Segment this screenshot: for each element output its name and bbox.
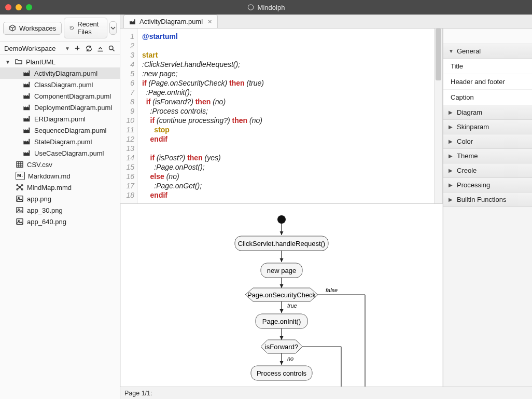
tree-file-label: app_30.png [27, 207, 63, 214]
window-minimize-button[interactable] [16, 4, 22, 10]
document-tab-label: ActivityDiagram.puml [139, 18, 203, 25]
refresh-button[interactable] [85, 44, 93, 52]
window-maximize-button[interactable] [26, 4, 32, 10]
code-line[interactable]: :Page.onInit(); [142, 88, 430, 97]
folder-icon [15, 58, 23, 66]
tree-file[interactable]: SequenceDiagram.puml [0, 125, 120, 136]
accordion-section[interactable]: ▶Builtin Functions [443, 192, 532, 207]
tree-file[interactable]: ComponentDiagram.puml [0, 90, 120, 102]
snippet-item[interactable]: Title [443, 59, 532, 74]
svg-text:Page.onInit(): Page.onInit() [262, 318, 301, 325]
refresh-icon [85, 45, 93, 52]
table-icon [16, 160, 24, 169]
code-line[interactable]: if (isPost?) then (yes) [142, 153, 430, 162]
tree-file[interactable]: app.png [0, 193, 120, 204]
code-line[interactable]: endif [142, 190, 430, 200]
code-line[interactable]: if (Page.onSecurityCheck) then (true) [142, 78, 430, 88]
code-line[interactable]: :new page; [142, 69, 430, 78]
chevron-down-icon: ▼ [65, 46, 70, 51]
recent-files-tab-label: Recent Files [77, 20, 101, 36]
chevron-right-icon: ▶ [449, 124, 454, 130]
workspaces-tab[interactable]: Workspaces [3, 22, 62, 35]
accordion-general-label: General [457, 47, 481, 55]
code-line[interactable]: else (no) [142, 172, 430, 181]
svg-text:no: no [287, 355, 293, 362]
factory-icon [23, 92, 31, 100]
titlebar: Mindolph [0, 0, 532, 15]
diagram-preview[interactable]: ClickServlet.handleRequest() new page Pa… [120, 204, 443, 387]
close-tab-button[interactable]: × [208, 18, 212, 25]
file-tree[interactable]: ▼ PlantUML ActivityDiagram.pumlClassDiag… [0, 55, 120, 399]
accordion-section[interactable]: ▶Theme [443, 149, 532, 163]
chevron-down-icon: ▼ [449, 48, 454, 54]
accordion-section[interactable]: ▶Skinparam [443, 120, 532, 134]
recent-files-tab[interactable]: Recent Files [64, 18, 107, 38]
code-line[interactable]: if (isForward?) then (no) [142, 97, 430, 106]
tree-file[interactable]: ActivityDiagram.puml [0, 67, 120, 79]
tree-file[interactable]: ERDiagram.puml [0, 113, 120, 125]
code-line[interactable]: @startuml [142, 32, 430, 41]
tree-file[interactable]: CSV.csv [0, 159, 120, 170]
collapse-button[interactable] [96, 44, 104, 52]
code-line[interactable]: endif [142, 134, 430, 144]
code-line[interactable]: :ClickServlet.handleRequest(); [142, 60, 430, 69]
scrollbar-thumb[interactable] [436, 29, 441, 80]
editor-scrollbar[interactable] [434, 29, 442, 203]
accordion-section-label: Builtin Functions [457, 196, 506, 203]
code-line[interactable]: stop [142, 125, 430, 134]
code-editor[interactable]: 123456789101112131415161718 @startuml st… [120, 29, 443, 204]
accordion-section[interactable]: ▶Diagram [443, 105, 532, 120]
tree-file[interactable]: MindMap.mmd [0, 182, 120, 193]
accordion-general[interactable]: ▼ General [443, 44, 532, 59]
svg-rect-8 [17, 196, 23, 202]
code-area[interactable]: @startuml start:ClickServlet.handleReque… [138, 29, 434, 203]
image-icon [16, 217, 24, 226]
code-line[interactable]: :Page.onPost(); [142, 162, 430, 172]
search-button[interactable] [107, 44, 116, 52]
tree-file[interactable]: UseCaseDiagram.puml [0, 147, 120, 159]
code-line[interactable]: :Page.onGet(); [142, 181, 430, 190]
accordion-section-label: Skinparam [457, 123, 489, 131]
line-number: 17 [120, 181, 134, 190]
line-number: 3 [120, 50, 134, 60]
line-number: 9 [120, 106, 134, 116]
window-close-button[interactable] [5, 4, 11, 10]
line-number: 15 [120, 162, 134, 172]
accordion-section[interactable]: ▶Creole [443, 163, 532, 178]
svg-point-1 [109, 46, 113, 50]
accordion-section[interactable]: ▶Color [443, 134, 532, 149]
code-line[interactable] [142, 41, 430, 50]
accordion-section[interactable]: ▶Processing [443, 178, 532, 192]
code-line[interactable] [142, 144, 430, 153]
svg-text:false: false [326, 287, 338, 293]
tree-file[interactable]: M↓Markdown.md [0, 170, 120, 182]
document-tab-activitydiagram[interactable]: ActivityDiagram.puml × [123, 15, 218, 28]
add-button[interactable]: + [73, 44, 81, 52]
line-gutter: 123456789101112131415161718 [120, 29, 138, 203]
line-number: 4 [120, 60, 134, 69]
status-bar: Page 1/1: [120, 387, 532, 399]
svg-text:Page.onSecurityCheck: Page.onSecurityCheck [247, 291, 316, 299]
accordion-section-label: Creole [457, 167, 477, 174]
tree-file[interactable]: app_640.png [0, 216, 120, 227]
tree-file-label: DeploymentDiagram.puml [34, 104, 112, 112]
tree-file[interactable]: DeploymentDiagram.puml [0, 102, 120, 113]
tree-file[interactable]: app_30.png [0, 204, 120, 216]
tree-folder-plantuml[interactable]: ▼ PlantUML [0, 56, 120, 67]
svg-text:true: true [287, 302, 297, 309]
history-icon [69, 24, 74, 32]
snippet-item[interactable]: Caption [443, 90, 532, 105]
tree-file[interactable]: StateDiagram.puml [0, 136, 120, 147]
workspace-selector[interactable]: DemoWorkspace ▼ [4, 45, 70, 52]
overflow-button[interactable] [109, 21, 117, 35]
line-number: 5 [120, 69, 134, 78]
tree-file[interactable]: ClassDiagram.puml [0, 79, 120, 90]
line-number: 1 [120, 32, 134, 41]
line-number: 10 [120, 116, 134, 125]
code-line[interactable]: if (continue processing?) then (no) [142, 116, 430, 125]
code-line[interactable]: :Process controls; [142, 106, 430, 116]
snippet-item[interactable]: Header and footer [443, 74, 532, 90]
code-line[interactable]: start [142, 50, 430, 60]
chevron-right-icon: ▶ [449, 109, 454, 115]
line-number: 8 [120, 97, 134, 106]
